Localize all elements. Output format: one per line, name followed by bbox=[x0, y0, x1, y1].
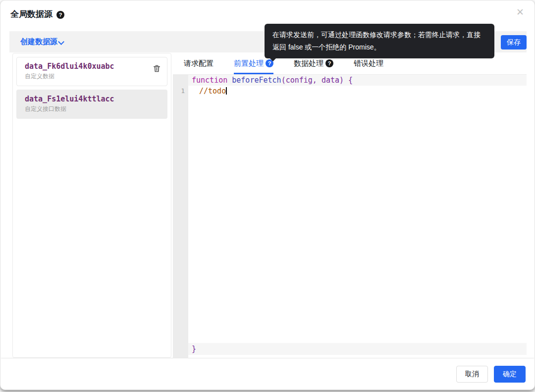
datasource-type: 自定义数据 bbox=[25, 72, 159, 81]
text-cursor bbox=[226, 87, 227, 95]
datasource-list: data_Fk6dlui4k0xuabc 自定义数据 data_Fs1elui4… bbox=[12, 53, 171, 358]
datasource-name: data_Fs1elui4kttlacc bbox=[25, 95, 159, 103]
global-datasource-dialog: 全局数据源 ? ✕ 创建数据源 保存 在请求发送前，可通过处理函数修改请求参数；… bbox=[0, 0, 535, 390]
content-divider bbox=[1, 358, 534, 358]
page-title: 全局数据源 bbox=[10, 8, 53, 20]
create-datasource-label: 创建数据源 bbox=[20, 37, 57, 47]
code-readonly-header: function beforeFetch(config, data) { bbox=[188, 75, 527, 86]
datasource-editor-panel: 请求配置 前置处理 ? 数据处理 ? 错误处理 1 function befor… bbox=[173, 53, 527, 358]
save-button[interactable]: 保存 bbox=[501, 35, 527, 49]
list-item-datasource-2[interactable]: data_Fs1elui4kttlacc 自定义接口数据 bbox=[16, 90, 167, 119]
datasource-type: 自定义接口数据 bbox=[25, 105, 159, 113]
cancel-button[interactable]: 取消 bbox=[456, 366, 488, 383]
line-number-gutter: 1 bbox=[173, 75, 188, 358]
code-token: function bbox=[192, 76, 232, 85]
confirm-button[interactable]: 确定 bbox=[494, 366, 526, 383]
line-number: 1 bbox=[181, 87, 185, 95]
tab-label: 数据处理 bbox=[294, 59, 323, 68]
code-editor[interactable]: 1 function beforeFetch(config, data) { /… bbox=[173, 75, 527, 358]
tab-label: 错误处理 bbox=[354, 59, 383, 68]
datasource-name: data_Fk6dlui4k0xuabc bbox=[25, 62, 159, 71]
trash-icon[interactable] bbox=[153, 64, 161, 73]
code-token: (config, data) { bbox=[281, 76, 353, 85]
tab-request-config[interactable]: 请求配置 bbox=[184, 53, 214, 74]
create-datasource-button[interactable]: 创建数据源 bbox=[20, 31, 64, 52]
help-icon[interactable]: ? bbox=[325, 59, 333, 67]
dialog-footer: 取消 确定 bbox=[0, 366, 526, 383]
chevron-down-icon bbox=[59, 39, 64, 44]
tab-label: 请求配置 bbox=[184, 59, 214, 68]
code-token: //todo bbox=[199, 87, 226, 96]
title-help-icon[interactable]: ? bbox=[56, 11, 64, 19]
code-token: beforeFetch bbox=[232, 76, 281, 85]
code-readonly-footer: } bbox=[188, 343, 527, 355]
code-token: } bbox=[192, 344, 196, 353]
tab-label: 前置处理 bbox=[234, 59, 264, 68]
code-line-1[interactable]: //todo bbox=[188, 86, 527, 97]
close-icon[interactable]: ✕ bbox=[516, 7, 524, 17]
list-item-datasource-1[interactable]: data_Fk6dlui4k0xuabc 自定义数据 bbox=[16, 57, 167, 86]
prefetch-help-tooltip: 在请求发送前，可通过处理函数修改请求参数；若需终止请求，直接返回 false 或… bbox=[265, 24, 494, 58]
